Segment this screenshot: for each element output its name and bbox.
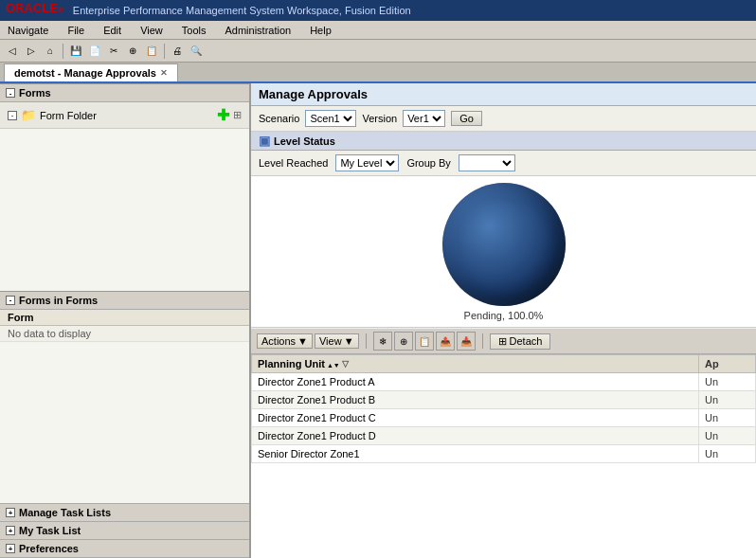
level-reached-label: Level Reached: [259, 157, 328, 169]
form-folder-label: Form Folder: [40, 110, 213, 121]
table-row[interactable]: Director Zone1 Product B Un: [252, 391, 756, 409]
menu-tools[interactable]: Tools: [178, 23, 210, 38]
toolbar-btn-save[interactable]: 💾: [67, 43, 84, 60]
table-row[interactable]: Director Zone1 Product A Un: [252, 373, 756, 391]
version-select[interactable]: Ver1: [403, 110, 445, 127]
menu-help[interactable]: Help: [306, 23, 335, 38]
toolbar-btn-cut[interactable]: ✂: [105, 43, 122, 60]
right-panel: Manage Approvals Scenario Scen1 Version …: [251, 83, 756, 558]
tb-icon-btn-1[interactable]: ❄: [373, 332, 392, 351]
approvals-table: Planning Unit ▲▼ ▽ Ap: [251, 354, 756, 463]
filter-icon[interactable]: ▽: [342, 359, 349, 369]
form-col-header: Form: [0, 310, 249, 326]
group-by-select[interactable]: [459, 154, 515, 171]
level-status-icon: ▣: [259, 134, 270, 148]
detach-button[interactable]: ⊞ Detach: [490, 333, 551, 350]
data-table: Planning Unit ▲▼ ▽ Ap: [251, 354, 756, 558]
go-button[interactable]: Go: [451, 111, 482, 126]
tab-bar: demotst - Manage Approvals ✕: [0, 63, 756, 83]
table-row[interactable]: Director Zone1 Product C Un: [252, 409, 756, 427]
scenario-row: Scenario Scen1 Version Ver1 Go: [251, 106, 756, 132]
forms-area: [0, 129, 249, 291]
bottom-sections: + Manage Task Lists + My Task List + Pre…: [0, 503, 249, 558]
toolbar-btn-new[interactable]: 📄: [86, 43, 103, 60]
tb-icon-btn-3[interactable]: 📋: [415, 332, 434, 351]
app-title: Enterprise Performance Management System…: [73, 5, 411, 16]
mtl-expand-icon[interactable]: +: [6, 508, 15, 517]
menu-file[interactable]: File: [63, 23, 88, 38]
cell-ap: Un: [699, 373, 756, 391]
fif-expand-icon[interactable]: -: [6, 296, 15, 305]
tb-icon-btn-4[interactable]: 📤: [436, 332, 455, 351]
toolbar-btn-2[interactable]: ▷: [23, 43, 40, 60]
group-by-label: Group By: [406, 157, 450, 169]
scenario-label: Scenario: [259, 113, 299, 124]
form-folder-row: - 📁 Form Folder ✚ ⊞: [0, 102, 249, 129]
scenario-select[interactable]: Scen1: [305, 110, 356, 127]
view-button[interactable]: View ▼: [315, 333, 359, 349]
tab-close-icon[interactable]: ✕: [160, 68, 168, 78]
forms-header-label: Forms: [19, 87, 51, 99]
table-header: Planning Unit ▲▼ ▽ Ap: [252, 355, 756, 373]
folder-expand-icon[interactable]: -: [8, 111, 17, 120]
tab-manage-approvals[interactable]: demotst - Manage Approvals ✕: [4, 63, 178, 81]
forms-in-forms-header: - Forms in Forms: [0, 291, 249, 310]
toolbar-btn-copy[interactable]: ⊕: [124, 43, 141, 60]
preferences-row[interactable]: + Preferences: [0, 540, 249, 558]
toolbar-btn-paste[interactable]: 📋: [143, 43, 160, 60]
toolbar-btn-6[interactable]: 🔍: [188, 43, 205, 60]
actions-group: Actions ▼ View ▼: [257, 333, 359, 349]
toolbar-separator-1: [366, 333, 367, 349]
oracle-logo: ORACLE®: [6, 1, 63, 20]
cell-planning-unit: Director Zone1 Product A: [252, 373, 699, 391]
cell-ap: Un: [699, 409, 756, 427]
table-row[interactable]: Director Zone1 Product D Un: [252, 427, 756, 445]
menu-navigate[interactable]: Navigate: [4, 23, 52, 38]
cell-ap: Un: [699, 445, 756, 463]
col-ap: Ap: [699, 355, 756, 373]
forms-expand-icon[interactable]: -: [6, 88, 15, 98]
chart-label: Pending, 100.0%: [464, 310, 544, 321]
manage-task-lists-row[interactable]: + Manage Task Lists: [0, 504, 249, 522]
my-task-list-row[interactable]: + My Task List: [0, 522, 249, 540]
icon-group: ❄ ⊕ 📋 📤 📥: [373, 332, 476, 351]
level-status-label: Level Status: [274, 135, 335, 147]
toolbar-btn-5[interactable]: 🖨: [169, 43, 186, 60]
pref-expand-icon[interactable]: +: [6, 544, 15, 553]
cell-planning-unit: Director Zone1 Product B: [252, 391, 699, 409]
folder-icon: 📁: [21, 108, 36, 122]
table-row[interactable]: Senior Director Zone1 Un: [252, 445, 756, 463]
left-panel: - Forms - 📁 Form Folder ✚ ⊞ - Forms in F…: [0, 83, 251, 558]
forms-in-forms-label: Forms in Forms: [19, 295, 98, 306]
actions-dropdown-icon: ▼: [297, 335, 308, 347]
col-planning-unit: Planning Unit ▲▼ ▽: [252, 355, 699, 373]
manage-approvals-header: Manage Approvals: [251, 83, 756, 106]
bottom-toolbar: Actions ▼ View ▼ ❄ ⊕ 📋 📤 📥 ⊞ Detach: [251, 328, 756, 354]
cell-ap: Un: [699, 391, 756, 409]
sort-icons: ▲▼: [327, 358, 340, 369]
top-bar: ORACLE® Enterprise Performance Managemen…: [0, 0, 756, 21]
tb-icon-btn-5[interactable]: 📥: [457, 332, 476, 351]
add-icon[interactable]: ✚: [217, 106, 229, 124]
toolbar-btn-3[interactable]: ⌂: [42, 43, 59, 60]
detach-icon: ⊞: [498, 335, 507, 348]
tb-icon-btn-2[interactable]: ⊕: [394, 332, 413, 351]
tab-label: demotst - Manage Approvals: [14, 67, 156, 79]
pie-chart-sphere: [442, 183, 566, 306]
version-label: Version: [362, 113, 397, 124]
menu-administration[interactable]: Administration: [221, 23, 295, 38]
level-reached-select[interactable]: My Level: [335, 154, 399, 171]
myl-expand-icon[interactable]: +: [6, 526, 15, 535]
menu-bar: Navigate File Edit View Tools Administra…: [0, 21, 756, 40]
forms-section-header: - Forms: [0, 83, 249, 102]
manage-approvals-title: Manage Approvals: [259, 87, 368, 101]
menu-edit[interactable]: Edit: [99, 23, 125, 38]
toolbar-btn-1[interactable]: ◁: [4, 43, 21, 60]
level-status-bar: ▣ Level Status: [251, 132, 756, 151]
actions-button[interactable]: Actions ▼: [257, 333, 313, 349]
menu-view[interactable]: View: [136, 23, 167, 38]
cell-planning-unit: Senior Director Zone1: [252, 445, 699, 463]
grid-icon[interactable]: ⊞: [233, 109, 242, 121]
cell-ap: Un: [699, 427, 756, 445]
oracle-text: ORACLE: [6, 1, 58, 15]
